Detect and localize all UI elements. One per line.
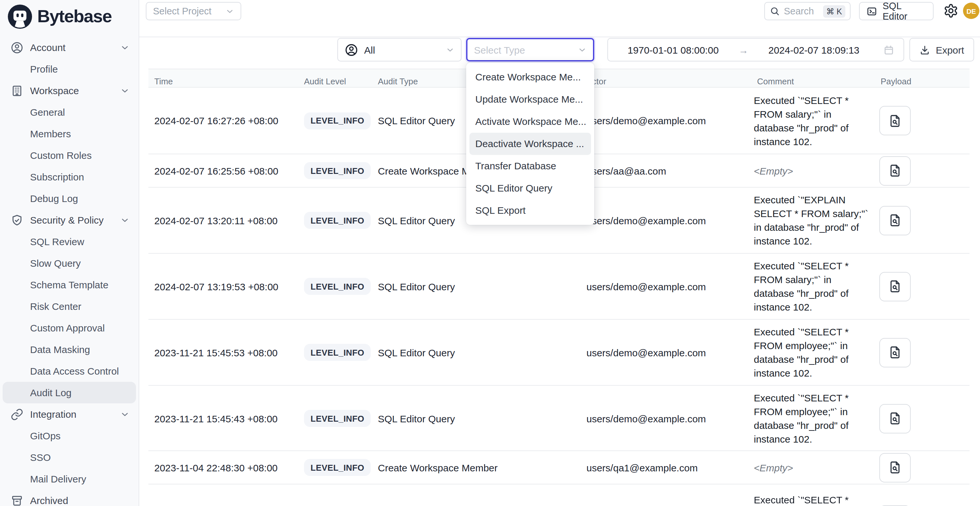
- table-row: 2023-11-04 21:26:34 +08:00 LEVEL_INFO SQ…: [148, 484, 970, 506]
- payload-view-button[interactable]: [879, 106, 911, 135]
- payload-file-search-icon: [888, 460, 902, 475]
- audit-level-badge: LEVEL_INFO: [304, 410, 371, 427]
- download-icon: [920, 44, 931, 55]
- sidebar-item-custom-approval[interactable]: Custom Approval: [3, 317, 136, 339]
- row-audit-type: Create Workspace Member: [378, 462, 586, 473]
- sidebar-item-label: Profile: [30, 64, 58, 75]
- date-to-value[interactable]: 2024-02-07 18:09:13: [768, 44, 859, 55]
- row-comment: Executed `"SELECT * FROM employee;"` in …: [754, 386, 879, 451]
- menu-item-update-workspace-me[interactable]: Update Workspace Me...: [469, 88, 591, 110]
- sidebar-item-security-policy[interactable]: Security & Policy: [3, 209, 136, 231]
- sidebar-item-label: Archived: [30, 495, 68, 506]
- sidebar-item-label: Custom Roles: [30, 150, 92, 161]
- sidebar-item-label: Security & Policy: [30, 215, 103, 226]
- audit-level-badge: LEVEL_INFO: [304, 162, 371, 179]
- sidebar-item-label: Workspace: [30, 85, 79, 96]
- sidebar-item-general[interactable]: General: [3, 101, 136, 123]
- sidebar-item-gitops[interactable]: GitOps: [3, 425, 136, 447]
- row-actor: users/aa@aa.com: [586, 165, 754, 176]
- type-filter-dropdown[interactable]: Select Type: [466, 38, 594, 62]
- sidebar-item-integration[interactable]: Integration: [3, 403, 136, 425]
- column-header-audit-level: Audit Level: [304, 76, 378, 86]
- date-range-picker[interactable]: 1970-01-01 08:00:00 → 2024-02-07 18:09:1…: [607, 38, 904, 62]
- column-header-time: Time: [148, 76, 304, 86]
- type-filter-placeholder: Select Type: [474, 44, 525, 55]
- row-time: 2023-11-04 22:48:30 +08:00: [148, 462, 304, 473]
- payload-view-button[interactable]: [879, 272, 911, 301]
- payload-view-button[interactable]: [879, 453, 911, 482]
- link-icon: [10, 407, 24, 421]
- row-actor: users/demo@example.com: [586, 281, 754, 292]
- sidebar-item-data-masking[interactable]: Data Masking: [3, 339, 136, 360]
- menu-item-sql-editor-query[interactable]: SQL Editor Query: [469, 177, 591, 199]
- user-avatar[interactable]: DE: [963, 3, 979, 19]
- table-row: 2023-11-04 22:48:30 +08:00 LEVEL_INFO Cr…: [148, 451, 970, 484]
- sidebar-item-debug-log[interactable]: Debug Log: [3, 188, 136, 209]
- sidebar-item-schema-template[interactable]: Schema Template: [3, 274, 136, 296]
- payload-view-button[interactable]: [879, 338, 911, 367]
- actor-filter-value: All: [364, 44, 440, 55]
- audit-level-badge: LEVEL_INFO: [304, 112, 371, 129]
- sidebar-item-sql-review[interactable]: SQL Review: [3, 231, 136, 252]
- export-button[interactable]: Export: [909, 38, 974, 62]
- row-comment: Executed `"EXPLAIN SELECT * FROM salary;…: [754, 188, 879, 253]
- menu-item-activate-workspace-me[interactable]: Activate Workspace Me...: [469, 110, 591, 133]
- sidebar: Bytebase AccountProfileWorkspaceGeneralM…: [0, 0, 139, 506]
- sidebar-item-archived[interactable]: Archived: [3, 490, 136, 506]
- audit-level-badge: LEVEL_INFO: [304, 278, 371, 295]
- sidebar-item-audit-log[interactable]: Audit Log: [3, 382, 136, 403]
- arrow-right-icon: →: [739, 44, 749, 55]
- search-placeholder: Search: [784, 6, 819, 16]
- payload-file-search-icon: [888, 113, 902, 128]
- brand-name: Bytebase: [37, 6, 111, 27]
- select-project-dropdown[interactable]: Select Project: [146, 2, 241, 20]
- bytebase-robot-icon: [8, 5, 32, 29]
- sidebar-item-sso[interactable]: SSO: [3, 447, 136, 468]
- row-actor: users/demo@example.com: [586, 115, 754, 126]
- actor-filter-dropdown[interactable]: All: [337, 38, 461, 62]
- sidebar-item-account[interactable]: Account: [3, 37, 136, 58]
- payload-view-button[interactable]: [879, 404, 911, 433]
- chevron-down-icon: [120, 43, 129, 52]
- row-comment: Executed `"SELECT * FROM salary;"` in da…: [754, 254, 879, 319]
- menu-item-deactivate-workspace[interactable]: Deactivate Workspace ...: [469, 133, 591, 155]
- sidebar-item-slow-query[interactable]: Slow Query: [3, 252, 136, 274]
- menu-item-transfer-database[interactable]: Transfer Database: [469, 155, 591, 177]
- sidebar-item-workspace[interactable]: Workspace: [3, 80, 136, 101]
- menu-item-sql-export[interactable]: SQL Export: [469, 199, 591, 222]
- sidebar-item-label: Data Masking: [30, 344, 90, 355]
- payload-file-search-icon: [888, 213, 902, 228]
- sidebar-item-profile[interactable]: Profile: [3, 58, 136, 80]
- bytebase-app: Bytebase AccountProfileWorkspaceGeneralM…: [0, 0, 980, 506]
- table-row: 2023-11-21 15:45:53 +08:00 LEVEL_INFO SQ…: [148, 320, 970, 386]
- search-icon: [770, 6, 780, 16]
- user-circle-icon: [10, 41, 24, 54]
- chevron-down-icon: [226, 7, 234, 15]
- sql-editor-button[interactable]: SQL Editor: [859, 2, 934, 20]
- sidebar-item-data-access-control[interactable]: Data Access Control: [3, 360, 136, 382]
- column-header-actor: Actor: [586, 76, 754, 86]
- sidebar-item-members[interactable]: Members: [3, 123, 136, 145]
- payload-file-search-icon: [888, 411, 902, 426]
- bytebase-logo[interactable]: Bytebase: [8, 5, 111, 29]
- terminal-icon: [866, 6, 877, 17]
- menu-item-create-workspace-me[interactable]: Create Workspace Me...: [469, 66, 591, 88]
- column-header-payload: Payload: [879, 76, 970, 86]
- sidebar-item-label: Members: [30, 128, 71, 139]
- sidebar-item-subscription[interactable]: Subscription: [3, 166, 136, 188]
- sidebar-item-label: SQL Review: [30, 236, 84, 247]
- settings-gear-icon[interactable]: [943, 3, 958, 18]
- sidebar-item-risk-center[interactable]: Risk Center: [3, 296, 136, 317]
- sidebar-item-custom-roles[interactable]: Custom Roles: [3, 145, 136, 166]
- sidebar-item-label: Account: [30, 42, 65, 53]
- sidebar-item-label: Debug Log: [30, 193, 78, 204]
- payload-view-button[interactable]: [879, 205, 911, 235]
- date-from-value[interactable]: 1970-01-01 08:00:00: [628, 44, 719, 55]
- building-icon: [10, 84, 24, 97]
- row-actor: users/demo@example.com: [586, 215, 754, 226]
- payload-view-button[interactable]: [879, 156, 911, 185]
- search-input[interactable]: Search ⌘ K: [764, 2, 851, 20]
- row-time: 2024-02-07 13:20:11 +08:00: [148, 215, 304, 226]
- shield-check-icon: [10, 213, 24, 226]
- sidebar-item-mail-delivery[interactable]: Mail Delivery: [3, 468, 136, 490]
